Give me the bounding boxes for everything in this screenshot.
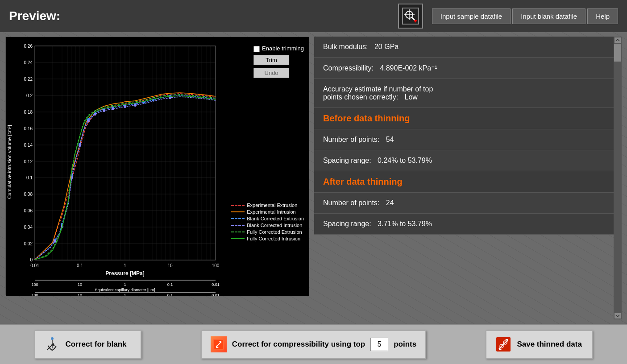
input-sample-btn[interactable]: Input sample datafile (432, 8, 511, 24)
preview-label: Preview: (9, 9, 389, 23)
svg-text:0.01: 0.01 (212, 282, 220, 287)
svg-text:0.2: 0.2 (26, 93, 33, 98)
svg-text:0.1: 0.1 (26, 175, 33, 180)
svg-text:0.18: 0.18 (24, 110, 33, 115)
header: Preview: Input sample datafile Input bla… (0, 0, 627, 32)
svg-text:100: 100 (212, 263, 220, 268)
correct-compress-btn[interactable]: Correct for compressibility using top po… (201, 330, 427, 359)
after-thinning-header: After data thinning (314, 171, 614, 193)
legend-line-blank-intrusion (231, 225, 245, 226)
main-content: 0 0.02 0.04 0.06 0.08 0.1 0.12 0.14 0.16… (0, 32, 627, 324)
compress-points-input[interactable] (370, 338, 388, 351)
correct-compress-label: Correct for compressibility using top (232, 340, 365, 349)
svg-point-107 (51, 337, 54, 340)
scrollbar-thumb[interactable] (614, 44, 621, 62)
svg-text:10: 10 (167, 263, 173, 268)
bulk-modulus-row: Bulk modulus: 20 GPa (314, 37, 614, 58)
after-spacing-value: 3.71% to 53.79% (378, 220, 432, 228)
before-points-value: 54 (386, 136, 394, 143)
header-buttons: Input sample datafile Input blank datafi… (432, 8, 618, 24)
correct-blank-label: Correct for blank (66, 340, 127, 349)
legend-fully-extrusion: Fully Corrected Extrusion (231, 229, 304, 235)
svg-text:100: 100 (31, 282, 38, 287)
svg-text:1: 1 (124, 282, 126, 287)
svg-point-104 (134, 104, 137, 107)
svg-text:0.16: 0.16 (24, 126, 33, 131)
svg-text:0.01: 0.01 (212, 293, 220, 296)
accuracy-value: Low (405, 93, 418, 101)
svg-point-100 (94, 113, 96, 116)
svg-text:0.02: 0.02 (24, 241, 33, 246)
footer: Correct for blank Correct for compressib… (0, 324, 627, 364)
svg-text:0.01: 0.01 (30, 263, 39, 268)
svg-text:0.24: 0.24 (24, 60, 33, 65)
svg-text:0.26: 0.26 (24, 44, 33, 49)
save-thinned-icon (495, 336, 511, 352)
trim-controls: Enable trimming Trim Undo (253, 45, 304, 78)
accuracy-label: Accuracy estimate if number of top (323, 85, 433, 93)
correct-compress-icon (211, 336, 227, 352)
legend-line-exp-extrusion (231, 205, 245, 206)
legend-blank-intrusion: Blank Corrected Intrusion (231, 223, 304, 228)
svg-text:1: 1 (124, 293, 126, 296)
legend-line-fully-extrusion (231, 232, 245, 232)
legend-line-blank-extrusion (231, 218, 245, 219)
before-thinning-header: Before data thinning (314, 108, 614, 129)
svg-text:100: 100 (31, 293, 38, 296)
svg-rect-0 (403, 8, 419, 24)
svg-text:0.04: 0.04 (24, 225, 33, 230)
right-wrapper: Bulk modulus: 20 GPa Compressibility: 4.… (314, 37, 622, 319)
legend-blank-extrusion: Blank Corrected Extrusion (231, 216, 304, 221)
bulk-modulus-label: Bulk modulus: (323, 43, 368, 50)
compressibility-row: Compressibility: 4.890E-002 kPa⁻¹ (314, 58, 614, 79)
before-points-label: Number of points: (323, 136, 379, 143)
svg-marker-5 (414, 20, 417, 23)
svg-text:10: 10 (78, 282, 82, 287)
svg-point-98 (79, 144, 81, 147)
svg-text:10: 10 (78, 293, 82, 296)
after-spacing-row: Spacing range: 3.71% to 53.79% (314, 214, 614, 235)
legend-exp-intrusion: Experimental Intrusion (231, 209, 304, 215)
accuracy-label2: points chosen correctly: (323, 93, 398, 101)
undo-button[interactable]: Undo (253, 68, 289, 78)
svg-text:Pressure [MPa]: Pressure [MPa] (105, 270, 144, 277)
compressibility-label: Compressibility: (323, 64, 374, 72)
legend-fully-intrusion: Fully Corrected Intrusion (231, 236, 304, 241)
right-panel: Bulk modulus: 20 GPa Compressibility: 4.… (314, 37, 614, 319)
after-points-value: 24 (386, 199, 394, 207)
svg-text:0.12: 0.12 (24, 159, 33, 164)
chart-legend: Experimental Extrusion Experimental Intr… (231, 203, 304, 241)
help-btn[interactable]: Help (587, 8, 618, 24)
enable-trimming-checkbox[interactable] (253, 46, 260, 52)
correct-blank-btn[interactable]: Correct for blank (34, 330, 141, 359)
svg-point-103 (124, 105, 126, 108)
correct-blank-icon (44, 336, 60, 352)
save-thinned-label: Save thinned data (517, 340, 581, 349)
save-thinned-btn[interactable]: Save thinned data (486, 330, 593, 359)
zoom-icon-btn[interactable] (398, 4, 423, 29)
svg-text:0.22: 0.22 (24, 77, 33, 82)
svg-text:Cumulative intrusion volume [c: Cumulative intrusion volume [cm³] (7, 125, 12, 199)
svg-text:1: 1 (124, 263, 126, 268)
after-spacing-label: Spacing range: (323, 220, 371, 228)
svg-point-102 (112, 108, 114, 110)
chart-panel: 0 0.02 0.04 0.06 0.08 0.1 0.12 0.14 0.16… (5, 37, 309, 319)
before-spacing-value: 0.24% to 53.79% (378, 157, 432, 164)
bulk-modulus-value: 20 GPa (374, 43, 399, 50)
input-blank-btn[interactable]: Input blank datafile (512, 8, 585, 24)
svg-text:0.14: 0.14 (24, 143, 33, 148)
svg-text:0.08: 0.08 (24, 192, 33, 197)
svg-text:Equivalent capillary diameter : Equivalent capillary diameter [μm] (95, 288, 155, 292)
svg-text:0: 0 (30, 257, 33, 262)
trim-button[interactable]: Trim (253, 55, 289, 65)
svg-text:0.06: 0.06 (24, 208, 33, 213)
before-spacing-row: Spacing range: 0.24% to 53.79% (314, 150, 614, 171)
svg-text:0.1: 0.1 (167, 293, 173, 296)
svg-point-99 (87, 120, 90, 122)
svg-point-101 (103, 109, 105, 112)
accuracy-row: Accuracy estimate if number of top point… (314, 79, 614, 108)
scrollbar[interactable] (614, 37, 622, 319)
compress-points-suffix: points (394, 340, 416, 349)
legend-line-exp-intrusion (231, 211, 245, 212)
before-spacing-label: Spacing range: (323, 157, 371, 164)
